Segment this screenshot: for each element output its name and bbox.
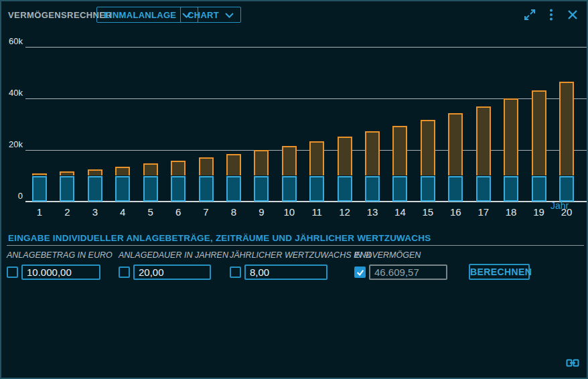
header: VERMÖGENSRECHNER EINMALANLAGE CHART	[1, 1, 587, 28]
x-tick-label: 2	[56, 206, 78, 218]
field-anlagedauer: ANLAGEDAUER IN JAHREN	[119, 250, 228, 280]
vermoegensrechner-window: VERMÖGENSRECHNER EINMALANLAGE CHART	[0, 0, 588, 379]
section-divider	[7, 245, 584, 246]
view-mode-dropdown-label: CHART	[188, 10, 219, 20]
bar-segment-growth	[115, 167, 130, 176]
bar-segment-principal	[476, 176, 491, 202]
bar-segment-growth	[171, 161, 186, 176]
x-tick-label: 5	[139, 206, 162, 218]
link-icon[interactable]	[566, 358, 579, 371]
bar-segment-principal	[532, 176, 546, 202]
bar-segment-growth	[559, 82, 574, 176]
bar-segment-growth	[282, 146, 297, 176]
bar-segment-principal	[282, 176, 297, 202]
bar-segment-growth	[226, 154, 241, 176]
x-tick-label: 13	[361, 206, 384, 218]
bar-segment-growth	[392, 126, 407, 176]
x-tick-label: 1	[28, 206, 51, 218]
field-label: ANLAGEDAUER IN JAHREN	[119, 250, 228, 260]
y-tick-label: 40k	[3, 88, 23, 98]
field-label: JÄHRLICHER WERTZUWACHS IN %	[230, 250, 372, 260]
x-tick-label: 4	[111, 206, 134, 218]
x-axis-title: Jahr	[550, 200, 569, 211]
chevron-down-icon	[225, 10, 234, 20]
bar-segment-principal	[559, 176, 574, 202]
bar-segment-growth	[309, 141, 324, 175]
bar-segment-principal	[115, 176, 130, 202]
x-tick-label: 12	[334, 206, 356, 218]
bar-segment-growth	[504, 98, 518, 175]
bar-segment-growth	[143, 163, 158, 175]
kebab-menu-icon[interactable]	[544, 7, 559, 22]
x-tick-label: 18	[500, 206, 522, 218]
x-tick-label: 16	[444, 206, 467, 218]
bar-segment-principal	[309, 176, 324, 202]
anlagebetrag-checkbox[interactable]	[7, 267, 18, 278]
field-anlagebetrag: ANLAGEBETRAG IN EURO	[7, 250, 113, 280]
bar-segment-principal	[338, 176, 352, 202]
bar-segment-growth	[365, 131, 380, 175]
x-tick-label: 15	[417, 206, 439, 218]
bar-segment-principal	[199, 176, 214, 202]
y-tick-label: 0	[3, 191, 23, 201]
bar-segment-growth	[254, 150, 269, 175]
bar-segment-principal	[504, 176, 518, 202]
bar-segment-growth	[448, 113, 463, 175]
anlagedauer-checkbox[interactable]	[119, 267, 130, 278]
x-tick-label: 10	[278, 206, 301, 218]
field-label: ANLAGEBETRAG IN EURO	[7, 250, 113, 260]
anlagebetrag-input[interactable]	[21, 264, 100, 280]
bar-segment-principal	[88, 176, 102, 202]
x-tick-label: 6	[167, 206, 190, 218]
bar-segment-principal	[171, 176, 186, 202]
berechnen-button[interactable]: BERECHNEN	[469, 264, 530, 280]
x-tick-label: 9	[250, 206, 273, 218]
x-tick-label: 3	[84, 206, 106, 218]
bar-segment-growth	[199, 157, 214, 175]
x-tick-label: 14	[388, 206, 411, 218]
bar-segment-growth	[476, 106, 491, 176]
bar-segment-principal	[32, 176, 47, 202]
anlageart-dropdown-label: EINMALANLAGE	[104, 10, 176, 20]
endvermoegen-checkbox[interactable]	[354, 267, 366, 278]
bar-segment-principal	[421, 176, 435, 202]
x-tick-label: 8	[222, 206, 245, 218]
investment-growth-chart: 020k40k60k123456789101112131415161718192…	[1, 28, 588, 230]
bar-segment-growth	[338, 137, 352, 175]
x-tick-label: 7	[195, 206, 218, 218]
header-icons	[522, 7, 580, 22]
field-endvermoegen: ENDVERMÖGEN	[354, 250, 447, 280]
wertzuwachs-checkbox[interactable]	[230, 267, 241, 278]
field-label: ENDVERMÖGEN	[354, 250, 447, 260]
wertzuwachs-input[interactable]	[244, 264, 327, 280]
y-tick-label: 20k	[3, 139, 23, 149]
bar-segment-principal	[226, 176, 241, 202]
x-tick-label: 19	[528, 206, 550, 218]
bar-segment-growth	[532, 90, 546, 176]
endvermoegen-output	[369, 264, 447, 280]
bar-segment-principal	[392, 176, 407, 202]
close-icon[interactable]	[565, 7, 580, 22]
bar-segment-principal	[60, 176, 74, 202]
gridline	[25, 47, 588, 48]
section-heading: EINGABE INDIVIDUELLER ANLAGEBETRÄGE, ZEI…	[8, 233, 431, 243]
bar-segment-principal	[143, 176, 158, 202]
x-tick-label: 11	[305, 206, 328, 218]
view-mode-dropdown[interactable]: CHART	[180, 7, 241, 23]
field-wertzuwachs: JÄHRLICHER WERTZUWACHS IN %	[230, 250, 372, 280]
expand-icon[interactable]	[522, 7, 537, 22]
bar-segment-growth	[421, 120, 435, 176]
bar-segment-principal	[254, 176, 269, 202]
x-tick-label: 17	[472, 206, 495, 218]
bar-segment-principal	[365, 176, 380, 202]
anlagedauer-input[interactable]	[133, 264, 211, 280]
y-tick-label: 60k	[3, 36, 23, 46]
bar-segment-growth	[88, 169, 102, 176]
bar-segment-principal	[448, 176, 463, 202]
